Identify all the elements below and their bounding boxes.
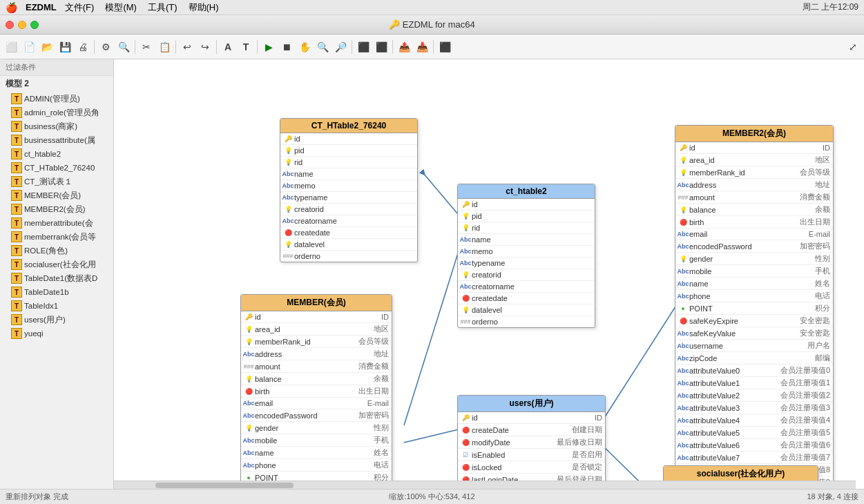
err-icon: 🔴 (461, 463, 470, 472)
sidebar-item-tableidx1[interactable]: TTableIdx1 (0, 299, 113, 313)
maximize-button[interactable] (30, 21, 39, 29)
minimize-button[interactable] (18, 21, 26, 29)
fk-icon: 💡 (244, 324, 253, 334)
sidebar-item-memberattr[interactable]: Tmemberattribute(会 (0, 216, 113, 230)
er-table-row: 🔴 modifyDate 最后修改日期 (458, 436, 605, 449)
toolbar-btn-export2[interactable]: 📥 (414, 39, 430, 55)
er-table-header-ct-htable2-76240: CT_HTable2_76240 (280, 119, 417, 133)
toolbar-sep-3 (175, 40, 176, 54)
horizontal-scrollbar[interactable] (114, 481, 856, 489)
menu-tools[interactable]: 工具(T) (148, 1, 177, 14)
toolbar-btn-copy[interactable]: 📋 (156, 39, 173, 55)
toolbar-sep-6 (352, 40, 352, 54)
sidebar-item-business[interactable]: Tbusiness(商家) (0, 119, 113, 133)
sidebar-item-ct-htable2-76240[interactable]: TCT_HTable2_76240 (0, 161, 113, 175)
sidebar-item-adminrole[interactable]: Tadmin_role(管理员角 (0, 106, 113, 119)
er-table-row: Abc encodedPassword 加密密码 (241, 409, 392, 422)
sidebar: 过滤条件 模型 2 TADMIN(管理员) Tadmin_role(管理员角 T… (0, 59, 114, 489)
sidebar-item-role[interactable]: TROLE(角色) (0, 244, 113, 258)
toolbar-btn-open[interactable]: 📂 (39, 39, 55, 55)
sidebar-item-admin[interactable]: TADMIN(管理员) (0, 92, 113, 106)
toolbar-btn-zoom-out[interactable]: 🔎 (332, 39, 349, 55)
sidebar-item-yueqi[interactable]: Tyueqi (0, 327, 113, 340)
toolbar-btn-play[interactable]: ▶ (260, 39, 277, 55)
sidebar-item-ct-test[interactable]: TCT_测试表１ (0, 175, 113, 188)
sidebar-item-tabledate1b[interactable]: TTableDate1b (0, 285, 113, 299)
menu-help[interactable]: 帮助(H) (189, 1, 219, 14)
table-icon: T (11, 148, 22, 159)
er-table-ct-htable2[interactable]: ct_htable2 🔑 id 💡 pid 💡 rid Abc name (457, 184, 595, 328)
table-icon: T (11, 314, 22, 325)
sidebar-item-users[interactable]: Tusers(用户) (0, 313, 113, 327)
toolbar-btn-cut[interactable]: ✂ (138, 39, 155, 55)
toolbar: ⬜ 📄 📂 💾 🖨 ⚙ 🔍 ✂ 📋 ↩ ↪ A T ▶ ⏹ ✋ 🔍 🔎 ⬛ ⬛ … (0, 35, 864, 59)
menu-model[interactable]: 模型(M) (105, 1, 137, 14)
fk-icon: 💡 (244, 423, 253, 433)
fk-icon: 💡 (461, 211, 470, 221)
er-table-row: 🔴 isLocked 是否锁定 (458, 461, 605, 474)
er-table-row: Abc attributeValue5 会员注册项值5 (675, 427, 833, 439)
sidebar-item-tabledate1[interactable]: TTableDate1(数据表D (0, 271, 113, 285)
sidebar-item-socialuser[interactable]: Tsocialuser(社会化用 (0, 258, 113, 271)
text-icon: Abc (678, 453, 688, 463)
er-table-row: 💡 pid (458, 211, 595, 222)
toolbar-btn-save[interactable]: 💾 (57, 39, 73, 55)
er-table-row: Abc typename (280, 192, 417, 204)
er-table-row: Abc attributeValue2 会员注册项值2 (675, 389, 833, 402)
toolbar-btn-export1[interactable]: 📤 (396, 39, 412, 55)
toolbar-btn-home[interactable]: ⬜ (3, 39, 19, 55)
sidebar-item-member2[interactable]: TMEMBER2(会员) (0, 202, 113, 216)
toolbar-sep-1 (94, 40, 95, 54)
window-titlebar: 🔑 EZDML for mac64 (0, 15, 864, 35)
text-icon: Abc (678, 291, 688, 301)
toolbar-sep-5 (257, 40, 258, 54)
er-table-row: ### orderno (280, 251, 417, 262)
toolbar-btn-settings[interactable]: ⚙ (97, 39, 114, 55)
close-button[interactable] (6, 21, 14, 29)
toolbar-btn-stop[interactable]: ⏹ (278, 39, 295, 55)
sidebar-item-member[interactable]: TMEMBER(会员) (0, 188, 113, 202)
er-table-row: Abc mobile 手机 (675, 265, 833, 278)
er-table-row: Abc name 姓名 (241, 447, 392, 459)
datetime: 周二 上午12:09 (803, 1, 858, 13)
toolbar-btn-layout[interactable]: ⬛ (436, 39, 453, 55)
er-table-member2[interactable]: MEMBER2(会员) 🔑 id ID 💡 area_id 地区 💡 membe… (675, 125, 834, 489)
text-icon: Abc (678, 440, 688, 450)
toolbar-btn-db1[interactable]: ⬛ (355, 39, 372, 55)
er-table-row: Abc encodedPassword 加密密码 (675, 240, 833, 253)
toolbar-btn-redo[interactable]: ↪ (197, 39, 213, 55)
toolbar-btn-text-t[interactable]: T (238, 39, 254, 55)
toolbar-btn-undo[interactable]: ↩ (179, 39, 195, 55)
er-table-ct-htable2-76240[interactable]: CT_HTable2_76240 🔑 id 💡 pid 💡 rid Abc na… (280, 118, 418, 262)
scrollbar-thumb[interactable] (155, 483, 294, 488)
toolbar-btn-expand[interactable]: ⤢ (845, 39, 861, 55)
toolbar-btn-search[interactable]: 🔍 (115, 39, 132, 55)
toolbar-btn-db2[interactable]: ⬛ (373, 39, 390, 55)
hash-icon: ### (461, 317, 470, 327)
sidebar-item-ct-htable2[interactable]: Tct_htable2 (0, 147, 113, 161)
er-table-row: 🔑 id ID (675, 142, 833, 154)
er-table-row: Abc name 姓名 (675, 278, 833, 290)
text-icon: Abc (678, 266, 688, 276)
er-table-member[interactable]: MEMBER(会员) 🔑 id ID 💡 area_id 地区 💡 member… (240, 294, 392, 489)
err-icon: 🔴 (678, 217, 688, 227)
sidebar-item-memberrank[interactable]: Tmemberrank(会员等 (0, 230, 113, 244)
er-table-row: Abc phone 电话 (675, 290, 833, 302)
text-icon: Abc (244, 398, 253, 408)
fk-icon: 💡 (678, 168, 688, 177)
toolbar-btn-zoom-in[interactable]: 🔍 (314, 39, 331, 55)
toolbar-btn-hand[interactable]: ✋ (296, 39, 313, 55)
menu-file[interactable]: 文件(F) (65, 1, 95, 14)
key-icon: 🔑 (244, 312, 253, 322)
sidebar-item-businessattr[interactable]: Tbusinessattribute(属 (0, 133, 113, 147)
table-icon: T (11, 204, 22, 215)
er-table-users[interactable]: users(用户) 🔑 id ID 🔴 createDate 创建日期 🔴 mo… (457, 395, 606, 489)
toolbar-btn-print[interactable]: 🖨 (75, 39, 91, 55)
toolbar-btn-text-a[interactable]: A (220, 39, 236, 55)
table-icon: T (11, 107, 22, 118)
er-table-header-member2: MEMBER2(会员) (675, 126, 833, 142)
diagram-canvas[interactable]: CT_HTable2_76240 🔑 id 💡 pid 💡 rid Abc na… (114, 59, 864, 489)
table-icon: T (11, 93, 22, 104)
toolbar-btn-new[interactable]: 📄 (21, 39, 37, 55)
table-icon: T (11, 245, 22, 256)
